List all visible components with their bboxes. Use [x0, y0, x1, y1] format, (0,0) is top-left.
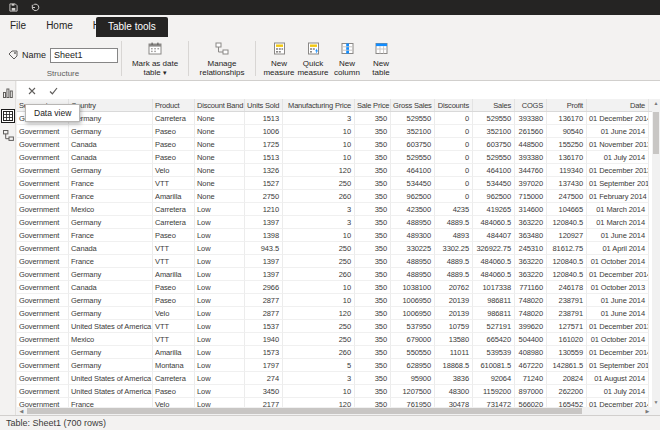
grid-cell[interactable]: Government — [17, 281, 69, 294]
grid-cell[interactable]: 3302.25 — [435, 242, 473, 255]
grid-cell[interactable]: 350 — [355, 307, 391, 320]
grid-cell[interactable]: France — [69, 177, 153, 190]
grid-cell[interactable]: 603750 — [391, 138, 435, 151]
grid-cell[interactable]: 262200 — [547, 385, 587, 398]
grid-cell[interactable]: 0 — [435, 190, 473, 203]
grid-cell[interactable]: United States of America — [69, 385, 153, 398]
grid-cell[interactable]: 13580 — [435, 333, 473, 346]
grid-cell[interactable]: Low — [195, 359, 245, 372]
grid-cell[interactable]: Government — [17, 125, 69, 138]
undo-icon[interactable] — [30, 3, 40, 12]
grid-cell[interactable]: Low — [195, 229, 245, 242]
grid-cell[interactable]: 539539 — [473, 346, 515, 359]
grid-cell[interactable]: 11011 — [435, 346, 473, 359]
grid-cell[interactable]: 261560 — [515, 125, 547, 138]
grid-cell[interactable]: Amarilla — [153, 268, 195, 281]
grid-cell[interactable]: 71240 — [515, 372, 547, 385]
grid-cell[interactable]: Low — [195, 281, 245, 294]
grid-cell[interactable]: 4889.5 — [435, 268, 473, 281]
scroll-down-icon[interactable]: ▼ — [652, 398, 660, 407]
grid-cell[interactable]: 537950 — [391, 320, 435, 333]
grid-cell[interactable]: 01 September 2013 — [587, 359, 649, 372]
grid-cell[interactable]: 2966 — [245, 281, 283, 294]
grid-cell[interactable]: Government — [17, 385, 69, 398]
grid-cell[interactable]: Low — [195, 242, 245, 255]
grid-cell[interactable]: Government — [17, 346, 69, 359]
grid-cell[interactable]: 2877 — [245, 294, 283, 307]
grid-cell[interactable]: 399620 — [515, 320, 547, 333]
grid-cell[interactable]: Low — [195, 255, 245, 268]
grid-cell[interactable]: Amarilla — [153, 346, 195, 359]
grid-cell[interactable]: 350 — [355, 359, 391, 372]
grid-cell[interactable]: 01 August 2014 — [587, 372, 649, 385]
grid-cell[interactable]: 120 — [283, 398, 355, 407]
grid-cell[interactable]: 397020 — [515, 177, 547, 190]
grid-cell[interactable]: 01 December 2014 — [587, 112, 649, 125]
grid-cell[interactable]: Government — [17, 398, 69, 407]
new-table-button[interactable]: New table — [364, 39, 398, 78]
grid-cell[interactable]: Germany — [69, 359, 153, 372]
tab-file[interactable]: File — [0, 15, 36, 37]
grid-cell[interactable]: France — [69, 190, 153, 203]
grid-cell[interactable]: 127571 — [547, 320, 587, 333]
grid-cell[interactable]: 0 — [435, 151, 473, 164]
grid-cell[interactable]: Paseo — [153, 125, 195, 138]
column-header-sales[interactable]: Sales — [473, 99, 515, 111]
grid-cell[interactable]: 01 July 2014 — [587, 151, 649, 164]
grid-cell[interactable]: 10 — [283, 125, 355, 138]
grid-cell[interactable]: 484060.5 — [473, 216, 515, 229]
grid-cell[interactable]: 363220 — [515, 216, 547, 229]
grid-cell[interactable]: 393380 — [515, 112, 547, 125]
grid-cell[interactable]: 897000 — [515, 385, 547, 398]
grid-cell[interactable]: 352100 — [391, 125, 435, 138]
grid-cell[interactable]: 120 — [283, 164, 355, 177]
grid-cell[interactable]: United States of America — [69, 372, 153, 385]
grid-cell[interactable]: 81612.75 — [547, 242, 587, 255]
grid-cell[interactable]: 01 October 2014 — [587, 255, 649, 268]
grid-cell[interactable]: Government — [17, 177, 69, 190]
grid-cell[interactable]: 136170 — [547, 151, 587, 164]
grid-cell[interactable]: 136170 — [547, 112, 587, 125]
grid-cell[interactable]: Paseo — [153, 281, 195, 294]
grid-cell[interactable]: 01 April 2014 — [587, 242, 649, 255]
grid-cell[interactable]: 350 — [355, 125, 391, 138]
grid-cell[interactable]: 137430 — [547, 177, 587, 190]
grid-cell[interactable]: None — [195, 138, 245, 151]
grid-cell[interactable]: 104665 — [547, 203, 587, 216]
grid-cell[interactable]: 363480 — [515, 229, 547, 242]
grid-cell[interactable]: 350 — [355, 320, 391, 333]
grid-cell[interactable]: 01 June 2014 — [587, 229, 649, 242]
grid-cell[interactable]: 10 — [283, 281, 355, 294]
grid-cell[interactable]: VTT — [153, 320, 195, 333]
grid-cell[interactable]: 350 — [355, 333, 391, 346]
grid-cell[interactable]: Government — [17, 203, 69, 216]
grid-cell[interactable]: 488950 — [391, 268, 435, 281]
grid-cell[interactable]: 350 — [355, 112, 391, 125]
grid-cell[interactable]: Low — [195, 307, 245, 320]
grid-cell[interactable]: 247500 — [547, 190, 587, 203]
grid-cell[interactable]: 419265 — [473, 203, 515, 216]
grid-cell[interactable]: 715000 — [515, 190, 547, 203]
grid-cell[interactable]: Low — [195, 294, 245, 307]
grid-cell[interactable]: 1797 — [245, 359, 283, 372]
grid-cell[interactable]: VTT — [153, 177, 195, 190]
grid-cell[interactable]: 344760 — [515, 164, 547, 177]
grid-cell[interactable]: 350 — [355, 385, 391, 398]
grid-cell[interactable]: Low — [195, 333, 245, 346]
grid-cell[interactable]: 10 — [283, 151, 355, 164]
grid-cell[interactable]: Government — [17, 359, 69, 372]
quick-measure-button[interactable]: Quick measure — [296, 39, 330, 78]
grid-cell[interactable]: 314600 — [515, 203, 547, 216]
grid-cell[interactable]: 423500 — [391, 203, 435, 216]
grid-cell[interactable]: Germany — [69, 164, 153, 177]
grid-cell[interactable]: 566020 — [515, 398, 547, 407]
grid-cell[interactable]: 350 — [355, 190, 391, 203]
grid-cell[interactable]: 962500 — [391, 190, 435, 203]
grid-cell[interactable]: Low — [195, 216, 245, 229]
grid-cell[interactable]: 120840.5 — [547, 255, 587, 268]
cancel-icon[interactable] — [28, 81, 36, 99]
grid-cell[interactable]: 130559 — [547, 346, 587, 359]
grid-cell[interactable]: Carretera — [153, 203, 195, 216]
table-name-input[interactable] — [50, 48, 118, 63]
grid-cell[interactable]: Government — [17, 138, 69, 151]
